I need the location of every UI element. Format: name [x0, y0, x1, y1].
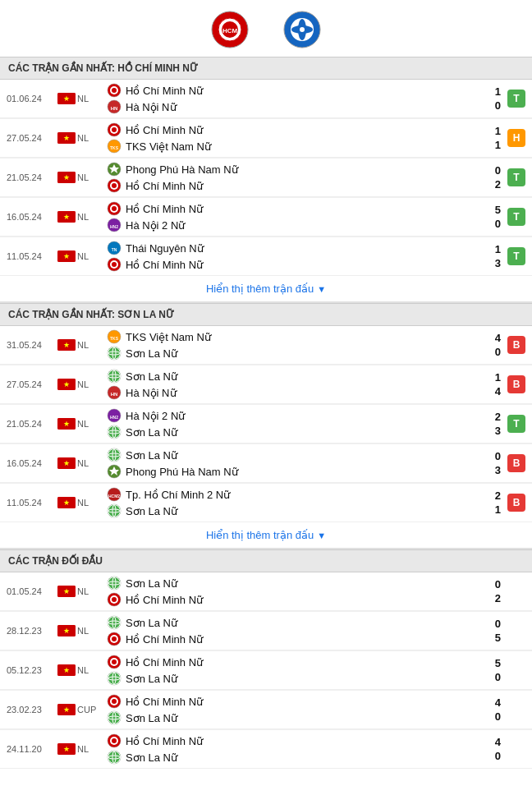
team1-row: Sơn La Nữ — [107, 448, 478, 462]
match-scores: 03 — [484, 450, 501, 476]
table-row: 28.12.23NLSơn La NữHồ Chí Minh Nữ05 — [0, 612, 532, 650]
svg-text:HN: HN — [111, 106, 118, 111]
show-more-button[interactable]: Hiển thị thêm trận đấu ▼ — [0, 522, 532, 548]
match-teams: Phong Phú Hà Nam NữHồ Chí Minh Nữ — [107, 162, 478, 193]
flag-vn — [57, 457, 76, 469]
team2-name: Sơn La Nữ — [126, 505, 177, 517]
svg-point-77 — [112, 636, 117, 641]
match-type: NL — [77, 94, 103, 103]
score1: 4 — [495, 332, 501, 344]
match-type: NL — [77, 340, 103, 350]
match-date-cell: 23.02.23 — [7, 705, 57, 715]
flag-vn — [57, 339, 76, 351]
table-row: 21.05.24NLHN2Hà Nội 2 NữSơn La Nữ23T — [0, 405, 532, 443]
match-group: 11.05.24NLTNThái Nguyên NữHồ Chí Minh Nữ… — [0, 237, 532, 276]
team2-row: Sơn La Nữ — [107, 503, 478, 518]
match-date-cell: 21.05.24 — [7, 419, 57, 429]
score2: 0 — [495, 710, 501, 723]
score2: 0 — [495, 99, 501, 112]
match-date-cell: 24.11.20 — [7, 744, 57, 754]
show-more-label: Hiển thị thêm trận đấu — [206, 283, 314, 295]
match-scores: 50 — [484, 657, 501, 683]
match-group: 01.06.24NLHồ Chí Minh NữHNHà Nội Nữ10T — [0, 80, 532, 118]
match-date-cell: 01.05.24 — [7, 586, 57, 596]
score1: 2 — [495, 411, 501, 423]
section-header-sln-recent: CÁC TRẬN GẦN NHẤT: SƠN LA NỮ — [0, 303, 532, 326]
match-group: 16.05.24NLSơn La NữPhong Phú Hà Nam Nữ03… — [0, 444, 532, 483]
svg-point-87 — [112, 699, 117, 704]
match-teams: TNThái Nguyên NữHồ Chí Minh Nữ — [107, 241, 478, 272]
match-group: 01.05.24NLSơn La NữHồ Chí Minh Nữ02 — [0, 572, 532, 611]
table-row: 24.11.20NLHồ Chí Minh NữSơn La Nữ40 — [0, 730, 532, 768]
team1-name: Hồ Chí Minh Nữ — [126, 203, 203, 215]
flag-vn — [57, 743, 76, 755]
match-date-cell: 16.05.24 — [7, 212, 57, 222]
match-scores: 23 — [484, 411, 501, 437]
result-badge: B — [507, 375, 525, 393]
match-teams: Sơn La NữHNHà Nội Nữ — [107, 369, 478, 400]
match-teams: Hồ Chí Minh NữTKSTKS Việt Nam Nữ — [107, 122, 478, 154]
team2-name: Hồ Chí Minh Nữ — [126, 180, 203, 192]
score2: 0 — [495, 671, 501, 683]
svg-text:TKS: TKS — [110, 336, 119, 341]
match-scores: 13 — [484, 243, 501, 269]
team2-name: Hồ Chí Minh Nữ — [126, 633, 203, 646]
match-type: NL — [77, 379, 103, 389]
team1-row: HCM2Tp. Hồ Chí Minh 2 Nữ — [107, 487, 478, 502]
match-scores: 50 — [484, 204, 501, 230]
svg-point-23 — [112, 183, 117, 188]
table-row: 01.06.24NLHồ Chí Minh NữHNHà Nội Nữ10T — [0, 80, 532, 117]
team1-row: Phong Phú Hà Nam Nữ — [107, 162, 478, 177]
team1-name: Sơn La Nữ — [126, 449, 177, 462]
team1-row: Hồ Chí Minh Nữ — [107, 83, 478, 98]
team1-name: Hồ Chí Minh Nữ — [126, 656, 203, 669]
match-teams: Hồ Chí Minh NữSơn La Nữ — [107, 655, 478, 686]
match-scores: 14 — [484, 371, 501, 398]
score2: 5 — [495, 632, 501, 644]
team2-name: Sơn La Nữ — [126, 673, 177, 685]
flag-vn — [57, 586, 76, 597]
score1: 0 — [495, 164, 501, 177]
team2-row: Hồ Chí Minh Nữ — [107, 257, 478, 272]
team1-name: Hồ Chí Minh Nữ — [126, 124, 203, 136]
match-date-cell: 05.12.23 — [7, 665, 57, 675]
team2-row: HN2Hà Nội 2 Nữ — [107, 218, 478, 232]
match-date-cell: 11.05.24 — [7, 498, 57, 508]
score2: 1 — [495, 503, 501, 516]
show-more-button[interactable]: Hiển thị thêm trận đấu ▼ — [0, 276, 532, 301]
score1: 5 — [495, 204, 501, 216]
team1-name: Sơn La Nữ — [126, 370, 177, 383]
score1: 2 — [495, 489, 501, 502]
match-scores: 40 — [484, 696, 501, 723]
team2-logo — [282, 10, 322, 52]
flag-vn — [57, 211, 76, 223]
svg-text:HCM2: HCM2 — [108, 494, 120, 499]
score2: 1 — [495, 139, 501, 151]
svg-point-26 — [112, 206, 117, 211]
svg-text:TKS: TKS — [110, 145, 119, 150]
svg-text:TN: TN — [112, 247, 117, 252]
score2: 0 — [495, 346, 501, 358]
match-date-cell: 27.05.24 — [7, 379, 57, 389]
result-badge: H — [507, 129, 525, 147]
match-type: NL — [77, 498, 103, 508]
svg-point-8 — [300, 27, 305, 32]
match-scores: 11 — [484, 125, 501, 151]
team2-row: Sơn La Nữ — [107, 750, 478, 765]
team1-logo: HCM — [210, 10, 250, 52]
match-teams: Hồ Chí Minh NữSơn La Nữ — [107, 694, 478, 725]
score1: 4 — [495, 736, 501, 748]
score1: 4 — [495, 696, 501, 709]
match-teams: Sơn La NữHồ Chí Minh Nữ — [107, 615, 478, 646]
team2-name: TKS Việt Nam Nữ — [126, 140, 211, 153]
match-group: 16.05.24NLHồ Chí Minh NữHN2Hà Nội 2 Nữ50… — [0, 198, 532, 237]
match-type: NL — [77, 172, 103, 182]
match-date-cell: 27.05.24 — [7, 133, 57, 143]
match-group: 28.12.23NLSơn La NữHồ Chí Minh Nữ05 — [0, 612, 532, 650]
match-type: NL — [77, 626, 103, 636]
score1: 0 — [495, 618, 501, 630]
team2-row: Sơn La Nữ — [107, 710, 478, 725]
team1-name: Hồ Chí Minh Nữ — [126, 735, 203, 747]
svg-text:HN2: HN2 — [110, 224, 118, 229]
match-type: NL — [77, 133, 103, 143]
